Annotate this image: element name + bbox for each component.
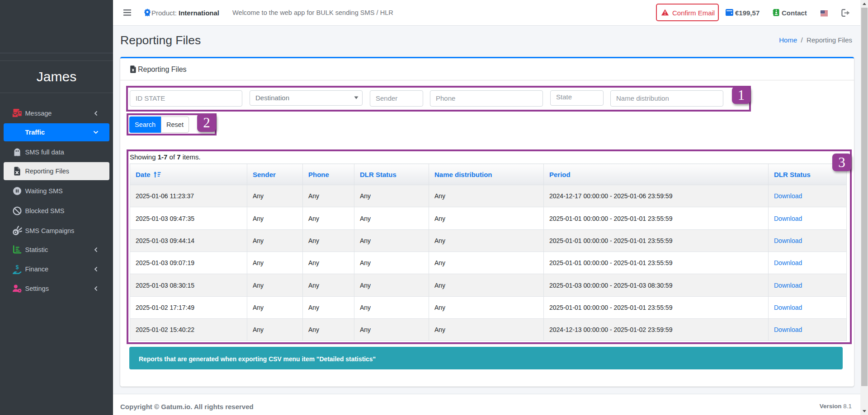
- svg-text:$: $: [16, 264, 19, 270]
